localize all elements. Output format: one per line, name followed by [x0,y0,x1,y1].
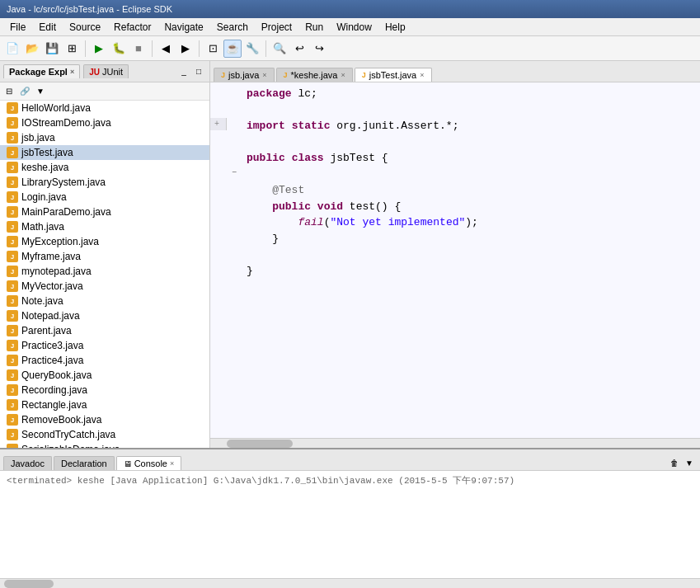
open-button[interactable]: 📂 [23,40,41,58]
tab-console[interactable]: 🖥 Console × [116,456,182,470]
pkg-item-label: Math.java [21,221,64,233]
keshe-icon: J [284,71,288,79]
java-file-icon: J [7,399,18,411]
undo-button[interactable]: ↩ [290,40,308,58]
tab-jsbtest-close[interactable]: × [420,71,424,79]
package-explorer-close[interactable]: × [70,68,74,76]
redo-button[interactable]: ↪ [310,40,328,58]
pkg-item[interactable]: JQueryBook.java [0,368,209,383]
search-global-btn[interactable]: 🔍 [270,40,289,58]
pkg-item[interactable]: JRemoveBook.java [0,412,209,427]
pkg-item[interactable]: JPractice3.java [0,338,209,353]
console-tab-close[interactable]: × [170,459,174,468]
pkg-item[interactable]: JRectangle.java [0,397,209,412]
pkg-item-label: jsbTest.java [21,147,73,158]
tab-declaration[interactable]: Declaration [54,456,115,470]
link-with-editor-btn[interactable]: 🔗 [17,84,32,99]
menu-source[interactable]: Source [63,20,107,35]
package-explorer-header: Package Expl × JU JUnit _ □ [0,61,209,82]
code-content-12: } [242,263,253,280]
pkg-item[interactable]: Jkeshe.java [0,160,209,175]
pkg-item[interactable]: JSerializableDemo.java [0,442,209,448]
run-button[interactable]: ▶ [90,40,108,58]
code-content-7: @Test [242,182,304,199]
save-all-button[interactable]: ⊞ [63,40,81,58]
pkg-item[interactable]: JMyException.java [0,234,209,249]
pkg-item-label: MyVector.java [21,280,83,292]
java-file-icon: J [7,132,18,143]
java-perspective-btn[interactable]: ☕ [223,40,242,58]
stop-button[interactable]: ■ [129,40,148,58]
tab-package-explorer[interactable]: Package Expl × [3,64,80,78]
console-menu-btn[interactable]: ▼ [682,455,697,470]
java-file-icon: J [7,221,18,233]
pkg-item[interactable]: JMyVector.java [0,279,209,294]
menu-run[interactable]: Run [298,20,330,35]
perspective-button[interactable]: ⊡ [204,40,222,58]
pkg-item[interactable]: JPractice4.java [0,353,209,368]
pkg-item[interactable]: JNotepad.java [0,308,209,323]
code-line-9: fail("Not yet implemented"); [210,214,700,231]
pkg-item-label: MainParaDemo.java [21,206,111,218]
tab-jsb-close[interactable]: × [262,71,266,79]
javadoc-tab-label: Javadoc [11,459,45,468]
editor-hscroll[interactable] [210,438,700,448]
menu-search[interactable]: Search [210,20,255,35]
pkg-item[interactable]: JLogin.java [0,190,209,205]
menu-project[interactable]: Project [255,20,298,35]
back-button[interactable]: ◀ [157,40,175,58]
pkg-view-menu-btn[interactable]: ▼ [33,84,48,99]
pkg-item[interactable]: JIOStreamDemo.java [0,115,209,130]
forward-button[interactable]: ▶ [176,40,195,58]
tab-keshe-close[interactable]: × [341,71,345,79]
menu-edit[interactable]: Edit [32,20,63,35]
pkg-item[interactable]: Jmynotepad.java [0,264,209,279]
debug-perspective-btn[interactable]: 🔧 [243,40,261,58]
console-clear-btn[interactable]: 🗑 [667,455,682,470]
menu-refactor[interactable]: Refactor [107,20,157,35]
java-file-icon: J [7,102,18,114]
package-explorer-tab-label: Package Expl [9,67,68,77]
code-editor[interactable]: package lc; + import static org.junit.As… [210,82,700,438]
debug-button[interactable]: 🐛 [110,40,128,58]
pkg-item[interactable]: JSecondTryCatch.java [0,427,209,442]
tab-jsb-java[interactable]: J jsb.java × [214,68,275,82]
java-file-icon: J [7,251,18,262]
editor-area: J jsb.java × J *keshe.java × J jsbTest.j… [210,61,700,448]
pkg-item[interactable]: JMath.java [0,219,209,234]
menu-navigate[interactable]: Navigate [157,20,209,35]
pkg-item[interactable]: JHelloWorld.java [0,101,209,115]
pkg-item[interactable]: JLibrarySystem.java [0,175,209,190]
java-file-icon: J [7,414,18,426]
pkg-item[interactable]: JParent.java [0,323,209,338]
tab-keshe-java[interactable]: J *keshe.java × [276,68,353,82]
tab-jsbtest-java[interactable]: J jsbTest.java × [355,68,432,82]
tab-jsbtest-label: jsbTest.java [369,70,416,80]
bottom-hscroll-thumb[interactable] [4,580,54,588]
tab-javadoc[interactable]: Javadoc [3,456,52,470]
pkg-item[interactable]: JMainParaDemo.java [0,205,209,219]
java-file-icon: J [7,384,18,396]
hscroll-thumb[interactable] [227,440,293,448]
console-text: <terminated> keshe [Java Application] G:… [7,476,514,486]
pkg-item[interactable]: JjsbTest.java [0,145,209,160]
pkg-item[interactable]: JRecording.java [0,383,209,397]
pkg-item-label: Notepad.java [21,310,80,322]
code-line-2 [210,102,700,119]
pkg-item[interactable]: Jjsb.java [0,130,209,145]
code-content-10: } [242,231,279,247]
new-button[interactable]: 📄 [3,40,21,58]
code-content-3: import static org.junit.Assert.*; [242,118,458,134]
code-line-1: package lc; [210,86,700,102]
tab-junit[interactable]: JU JUnit [83,64,129,78]
save-button[interactable]: 💾 [43,40,61,58]
menu-window[interactable]: Window [330,20,378,35]
pkg-item[interactable]: JMyframe.java [0,249,209,264]
minimize-pkg-btn[interactable]: _ [176,64,191,79]
pkg-item[interactable]: JNote.java [0,294,209,308]
menu-help[interactable]: Help [378,20,412,35]
maximize-pkg-btn[interactable]: □ [191,64,206,79]
bottom-hscroll[interactable] [0,578,700,588]
menu-file[interactable]: File [3,20,32,35]
collapse-all-btn[interactable]: ⊟ [2,84,16,99]
